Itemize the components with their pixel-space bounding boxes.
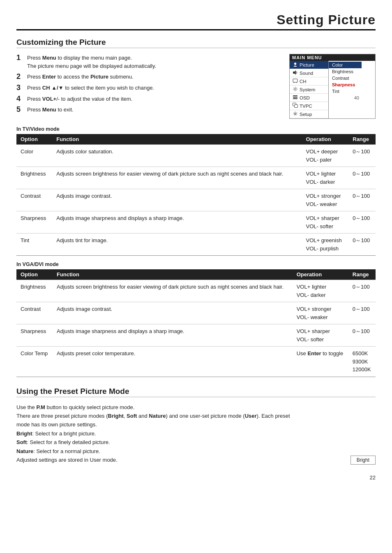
step-2-number: 2	[16, 73, 25, 81]
setup-icon	[292, 111, 298, 117]
td-function: Adjusts color saturation.	[52, 145, 302, 167]
td-range: 0～100	[348, 280, 376, 302]
preset-line-5: Nature: Select for a normal picture.	[16, 447, 303, 456]
section-preset: Using the Preset Picture Mode Use the P.…	[16, 387, 376, 465]
menu-right: Color Brightness Contrast Sharpness Tint…	[329, 61, 362, 118]
preset-graphic: Bright	[310, 403, 376, 465]
td-function: Adjusts image contrast.	[53, 302, 293, 324]
steps-and-menu: 1 Press Menu to display the menu main pa…	[16, 54, 376, 119]
menu-item-picture: Picture	[290, 61, 328, 69]
menu-label-ch: CH	[300, 79, 307, 84]
menu-item-osd: OSD	[290, 94, 328, 102]
table-row: Brightness Adjusts screen brightness for…	[16, 280, 376, 302]
table-row: Color Adjusts color saturation. VOL+ dee…	[16, 145, 376, 167]
svg-point-13	[293, 112, 297, 116]
step-5-text: Press Menu to exit.	[27, 106, 74, 114]
td-option: Tint	[16, 234, 52, 256]
system-icon	[292, 86, 298, 93]
td-function: Adjusts tint for image.	[52, 234, 302, 256]
menu-number: 40	[329, 95, 362, 101]
menu-label-setup: Setup	[300, 112, 312, 117]
td-range: 0～100	[348, 145, 376, 167]
td-operation: VOL+ deeperVOL- paler	[302, 145, 349, 167]
td-option: Color	[16, 145, 52, 167]
step-5: 5 Press Menu to exit.	[16, 106, 281, 114]
svg-point-0	[294, 63, 296, 65]
th-range-1: Range	[348, 134, 376, 145]
td-option: Sharpness	[16, 324, 53, 347]
step-3-number: 3	[16, 84, 25, 92]
menu-number-value: 40	[354, 95, 359, 100]
bright-button: Bright	[350, 456, 376, 465]
page-title-bar: Setting Picture	[16, 12, 376, 30]
svg-rect-11	[294, 105, 297, 108]
td-option: Brightness	[16, 280, 53, 302]
page-number: 22	[16, 474, 376, 481]
td-operation: VOL+ sharperVOL- softer	[293, 324, 348, 347]
ch-icon	[292, 78, 298, 84]
svg-marker-1	[293, 70, 296, 75]
td-operation: VOL+ strongerVOL- weaker	[302, 189, 349, 211]
step-3: 3 Press CH ▲/▼ to select the item you wi…	[16, 84, 281, 92]
td-range: 0～100	[348, 189, 376, 211]
menu-label-picture: Picture	[300, 62, 314, 67]
td-function: Adjusts image sharpness and displays a s…	[53, 324, 293, 347]
preset-line-1: Use the P.M button to quickly select pic…	[16, 403, 303, 412]
menu-rows: Picture Sound CH	[290, 61, 375, 118]
td-option: Contrast	[16, 302, 53, 324]
td-function: Adjusts image contrast.	[52, 189, 302, 211]
menu-label-tvpc: TVPC	[300, 104, 312, 109]
table-row: Contrast Adjusts image contrast. VOL+ st…	[16, 189, 376, 211]
submenu-sharpness: Sharpness	[329, 81, 362, 88]
svg-point-6	[293, 87, 297, 91]
td-range: 0～100	[348, 234, 376, 256]
td-range: 0～100	[348, 167, 376, 189]
svg-point-12	[294, 113, 296, 115]
menu-item-sound: Sound	[290, 69, 328, 77]
osd-icon	[292, 95, 298, 101]
page-title: Setting Picture	[16, 12, 376, 28]
step-4-number: 4	[16, 95, 25, 103]
steps-list: 1 Press Menu to display the menu main pa…	[16, 54, 281, 119]
main-menu-graphic: MAIN MENU Picture	[289, 54, 376, 119]
td-function: Adjusts screen brightness for easier vie…	[52, 167, 302, 189]
td-operation: Use Enter to toggle	[293, 347, 348, 377]
preset-line-2: There are three preset picture modes (Br…	[16, 412, 303, 429]
preset-line-4: Soft: Select for a finely detailed pictu…	[16, 438, 303, 447]
tv-video-table: Option Function Operation Range Color Ad…	[16, 134, 376, 256]
td-operation: VOL+ lighterVOL- darker	[293, 280, 348, 302]
th-operation-2: Operation	[293, 269, 348, 280]
step-2-text: Press Enter to access the Picture submen…	[27, 73, 134, 81]
preset-content: Use the P.M button to quickly select pic…	[16, 403, 376, 465]
td-operation: VOL+ lighterVOL- darker	[302, 167, 349, 189]
menu-left: Picture Sound CH	[290, 61, 329, 118]
menu-item-setup: Setup	[290, 110, 328, 118]
td-range: 6500K9300K12000K	[348, 347, 376, 377]
menu-label-osd: OSD	[300, 95, 310, 100]
submenu-contrast: Contrast	[329, 75, 362, 81]
tv-video-mode-label: In TV/Video mode	[16, 126, 376, 132]
sound-icon	[292, 70, 298, 76]
svg-rect-9	[293, 98, 297, 99]
th-option-2: Option	[16, 269, 53, 280]
step-5-number: 5	[16, 106, 25, 114]
table-row: Sharpness Adjusts image sharpness and di…	[16, 211, 376, 234]
td-function: Adjusts image sharpness and displays a s…	[52, 211, 302, 234]
menu-label-system: System	[300, 87, 315, 92]
section2-divider	[16, 397, 376, 397]
step-1-text: Press Menu to display the menu main page…	[27, 54, 156, 70]
svg-rect-8	[293, 97, 297, 98]
preset-line-6: Adjusted settings are stored in User mod…	[16, 456, 303, 464]
menu-item-system: System	[290, 86, 328, 94]
td-operation: VOL+ sharperVOL- softer	[302, 211, 349, 234]
table-row: Contrast Adjusts image contrast. VOL+ st…	[16, 302, 376, 324]
td-option: Contrast	[16, 189, 52, 211]
submenu-brightness: Brightness	[329, 68, 362, 75]
step-4: 4 Press VOL+/- to adjust the value of th…	[16, 95, 281, 103]
td-function: Adjusts preset color temperature.	[53, 347, 293, 377]
svg-rect-7	[293, 95, 297, 96]
td-operation: VOL+ greenishVOL- purplish	[302, 234, 349, 256]
step-2: 2 Press Enter to access the Picture subm…	[16, 73, 281, 81]
tv-video-table-header: Option Function Operation Range	[16, 134, 376, 145]
td-option: Sharpness	[16, 211, 52, 234]
